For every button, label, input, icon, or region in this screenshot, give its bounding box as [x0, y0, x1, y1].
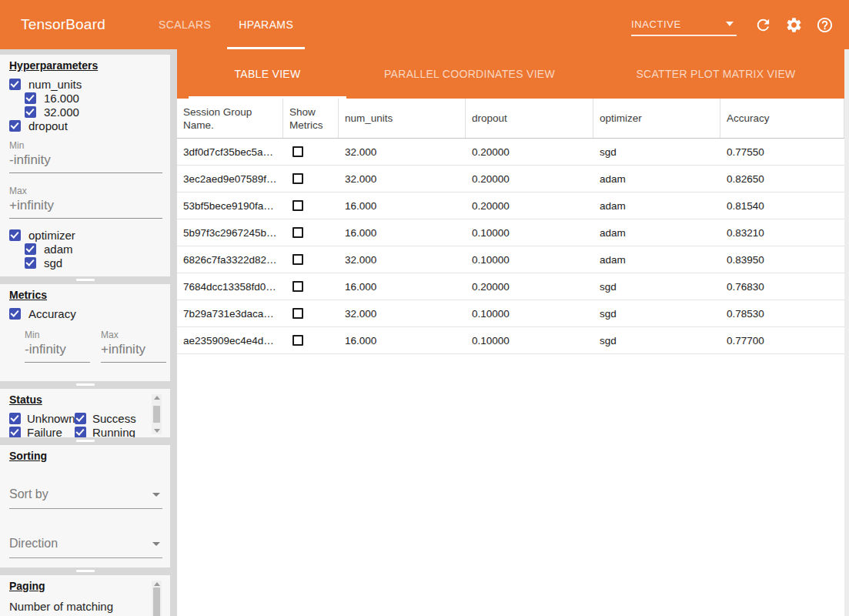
hparams-main: TABLE VIEWPARALLEL COORDINATES VIEWSCATT… [177, 49, 849, 616]
status-scrollbar[interactable] [152, 394, 162, 434]
checkbox-label: adam [44, 243, 73, 256]
metrics-panel: Metrics Accuracy Min -infinity Max +infi… [0, 284, 170, 381]
paging-scrollbar[interactable] [152, 581, 162, 616]
filter-item-16-000: 16.000 [25, 91, 170, 105]
column-header-num-units[interactable]: num_units [339, 99, 466, 138]
cell-dropout: 0.10000 [466, 227, 593, 239]
refresh-button[interactable] [754, 15, 772, 34]
filter-item-sgd: sgd [25, 256, 170, 270]
checkbox-32-000[interactable] [25, 106, 36, 118]
show-metrics-checkbox[interactable] [292, 173, 303, 184]
hparam-max-field[interactable]: Max +infinity [9, 186, 162, 219]
top-nav: SCALARSHPARAMS [147, 0, 305, 49]
cell-optimizer: adam [593, 227, 720, 239]
tab-table-view[interactable]: TABLE VIEW [189, 49, 346, 99]
direction-select[interactable]: Direction [9, 537, 162, 558]
cell-optimizer: sgd [593, 308, 720, 320]
checkbox-label: sgd [44, 256, 62, 270]
scrollbar-thumb[interactable] [153, 406, 160, 423]
checkbox-dropout[interactable] [9, 120, 21, 132]
tab-parallel-coordinates-view[interactable]: PARALLEL COORDINATES VIEW [346, 49, 593, 99]
checkbox-optimizer[interactable] [9, 229, 21, 241]
table-row: 53bf5bece9190fa…16.0000.20000adam0.81540 [177, 192, 844, 219]
checkbox-label: Failure [27, 426, 62, 438]
metrics-checkbox-list: Accuracy [9, 306, 170, 320]
column-header-accuracy[interactable]: Accuracy [720, 99, 844, 138]
status-heading: Status [9, 393, 170, 407]
checkbox-label: 32.000 [44, 105, 79, 119]
scroll-down-icon[interactable] [154, 429, 160, 433]
metrics-min-max-row: Min -infinity Max +infinity [25, 330, 170, 363]
table-row: 7b29a731e3daca…32.0000.10000sgd0.78530 [177, 300, 844, 327]
top-tab-hparams[interactable]: HPARAMS [227, 0, 305, 49]
cell-optimizer: adam [593, 254, 720, 266]
filter-item-num-units: num_units [9, 77, 170, 91]
settings-button[interactable] [784, 15, 803, 34]
show-metrics-checkbox[interactable] [292, 254, 303, 265]
show-metrics-checkbox[interactable] [292, 308, 303, 319]
cell-num-units: 16.000 [339, 200, 466, 212]
checkbox-num-units[interactable] [9, 79, 21, 90]
checkbox-label: dropout [28, 119, 68, 132]
min-input[interactable]: -infinity [9, 151, 162, 173]
column-header-show-metrics[interactable]: Show Metrics [283, 99, 339, 138]
show-metrics-checkbox[interactable] [292, 335, 303, 346]
show-metrics-cell [283, 173, 339, 184]
session-group-name: 7684dcc13358fd0… [177, 281, 283, 293]
cell-num-units: 16.000 [339, 281, 466, 293]
tensorboard-app: TensorBoard SCALARSHPARAMS INACTIVE [0, 0, 849, 616]
column-header-dropout[interactable]: dropout [466, 99, 593, 138]
sorting-heading: Sorting [9, 450, 170, 463]
tab-scatter-plot-matrix-view[interactable]: SCATTER PLOT MATRIX VIEW [593, 49, 839, 99]
show-metrics-cell [283, 200, 339, 211]
checkbox-success[interactable] [75, 413, 86, 424]
checkbox-sgd[interactable] [25, 257, 36, 269]
metric-min-field[interactable]: Min -infinity [25, 330, 90, 363]
max-input[interactable]: +infinity [9, 196, 162, 219]
show-metrics-cell [283, 227, 339, 238]
hyperparameters-panel: Hyperparameters num_units16.00032.000dro… [0, 55, 170, 276]
panel-resize-handle[interactable] [0, 276, 177, 284]
panel-resize-handle[interactable] [0, 381, 177, 389]
checkbox-running[interactable] [75, 427, 86, 438]
checkbox-accuracy[interactable] [9, 308, 21, 320]
cell-optimizer: adam [593, 200, 720, 212]
checkbox-unknown[interactable] [9, 413, 21, 424]
scrollbar-thumb[interactable] [153, 588, 160, 616]
runs-status-value: INACTIVE [631, 18, 681, 30]
show-metrics-checkbox[interactable] [292, 146, 303, 157]
min-input[interactable]: -infinity [25, 340, 90, 363]
checkbox-failure[interactable] [9, 427, 21, 438]
column-header-session-group-name[interactable]: Session Group Name. [177, 99, 283, 138]
refresh-icon [754, 16, 772, 34]
max-input[interactable]: +infinity [101, 340, 166, 363]
checkbox-16-000[interactable] [25, 92, 36, 104]
sort-by-select[interactable]: Sort by [9, 487, 162, 509]
cell-dropout: 0.20000 [466, 281, 593, 293]
panel-resize-handle[interactable] [0, 437, 177, 445]
runs-status-selector[interactable]: INACTIVE [631, 13, 737, 36]
panel-resize-handle[interactable] [0, 567, 177, 575]
cell-optimizer: sgd [593, 146, 720, 158]
min-label: Min [9, 140, 162, 151]
table-row: 6826c7fa3322d82…32.0000.10000adam0.83950 [177, 246, 844, 273]
main-scrollbar-track[interactable] [844, 49, 849, 616]
scroll-up-icon[interactable] [154, 582, 160, 586]
cell-num-units: 32.000 [339, 173, 466, 185]
checkbox-adam[interactable] [25, 243, 36, 255]
hyperparameters-checkbox-list: num_units16.00032.000dropout [9, 77, 170, 132]
scroll-up-icon[interactable] [154, 396, 160, 400]
help-button[interactable] [815, 15, 834, 34]
column-header-optimizer[interactable]: optimizer [593, 99, 720, 138]
top-tab-scalars[interactable]: SCALARS [147, 0, 222, 49]
show-metrics-checkbox[interactable] [292, 200, 303, 211]
hparam-min-field[interactable]: Min -infinity [9, 140, 162, 173]
session-group-name: 3ec2aed9e07589f… [177, 173, 283, 185]
metric-max-field[interactable]: Max +infinity [101, 330, 166, 363]
direction-value: Direction [9, 537, 58, 550]
table-row: 7684dcc13358fd0…16.0000.20000sgd0.76830 [177, 273, 844, 300]
show-metrics-checkbox[interactable] [292, 281, 303, 292]
filter-item-failure: Failure [9, 425, 75, 437]
show-metrics-checkbox[interactable] [292, 227, 303, 238]
cell-num-units: 32.000 [339, 146, 466, 158]
